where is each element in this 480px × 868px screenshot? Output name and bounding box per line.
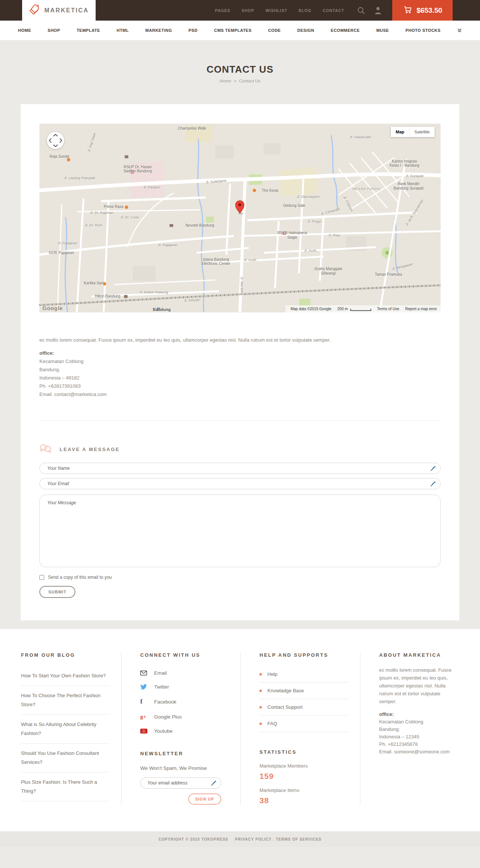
chat-bubbles-icon [39,444,51,454]
top-nav: PAGES SHOP WISHLIST BLOG CONTACT [215,0,344,21]
newsletter-email-input[interactable] [140,777,221,789]
social-email[interactable]: Email [140,666,229,680]
square-bullet-icon [260,706,262,708]
breadcrumb: Home > Contact Us [0,79,480,83]
catnav-home[interactable]: HOME [18,28,31,33]
social-facebook[interactable]: f Facebook [140,694,229,710]
square-bullet-icon [260,690,262,692]
header-icons [357,0,382,21]
blog-item: What is So Alluring About Celebrity Fash… [21,715,110,744]
square-bullet-icon [260,723,262,725]
help-link[interactable]: Help [267,671,278,677]
top-nav-contact[interactable]: CONTACT [322,8,344,13]
terms-of-use-link[interactable]: Terms of Use [377,307,399,311]
send-copy-checkbox[interactable] [39,575,44,580]
header-left-spacer [0,0,22,21]
google-map[interactable]: H H Champelas WalkJl. HasanudinRaja Sund… [39,124,441,312]
contact-intro: ec mollis lorem consequat. Fusce ipsum e… [39,336,441,344]
stat-label: Marketplace Members [260,763,349,769]
blog-link[interactable]: What is So Alluring About Celebrity Fash… [21,722,96,736]
blog-link[interactable]: How To Start Your Own Fashion Store? [21,673,106,678]
twitter-icon [140,684,148,690]
form-heading: LEAVE A MESSAGE [60,447,120,452]
breadcrumb-home[interactable]: Home [220,79,231,83]
stat-value: 38 [260,796,349,805]
map-attribution: Map data ©2015 Google 200 m Terms of Use… [285,305,441,312]
blog-link[interactable]: How To Choose The Perfect Fashion Store? [21,693,100,707]
map-pan-control[interactable] [47,132,64,149]
about-text: ec mollis lorem consequat. Fusce ipsum e… [379,666,459,705]
help-link[interactable]: Knowladge Base [267,688,304,693]
map-button[interactable]: Map [391,127,409,137]
footer-help-column: HELP AND SUPPORTS Help Knowladge Base Co… [240,652,360,805]
submit-button[interactable]: SUBMIT [39,586,75,598]
catnav-photo-stocks[interactable]: PHOTO STOCKS [405,28,441,33]
cart-button[interactable]: $653.50 [392,0,453,21]
catnav-cms-templates[interactable]: CMS TEMPLATES [214,28,252,33]
pen-icon [211,780,216,787]
google-plus-icon: g+ [140,714,148,720]
copyright-links: PRIVACY POLICY . TERMS OF SERVICES [235,837,322,841]
contact-card: H H Champelas WalkJl. HasanudinRaja Sund… [21,104,459,620]
page-title: CONTACT US [0,64,480,75]
top-nav-pages[interactable]: PAGES [215,8,230,13]
office-line: Indonesia – 12345 [379,733,459,741]
office-line: Bandung. [379,726,459,733]
catnav-marketing[interactable]: MARKETING [146,28,172,33]
logo[interactable]: MARKETICA [22,0,96,21]
message-textarea[interactable] [39,495,441,567]
social-list: Email Twitter f Facebook g+ Google Plus [140,666,229,738]
privacy-policy-link[interactable]: PRIVACY POLICY [235,837,272,841]
report-map-error-link[interactable]: Report a map error [405,307,437,311]
social-youtube[interactable]: You Tube Youtube [140,724,229,738]
help-item: FAQ [260,716,349,732]
help-heading: HELP AND SUPPORTS [260,652,349,658]
cart-icon [403,5,412,16]
stat-label: Marketplace Items [260,787,349,793]
catnav-html[interactable]: HTML [117,28,129,33]
help-link[interactable]: FAQ [267,721,277,726]
name-input[interactable] [39,463,441,474]
chevron-double-down-icon[interactable] [457,28,462,33]
office-line: Indonesia – 49182 [39,374,441,382]
terms-of-services-link[interactable]: TERMS OF SERVICES [276,837,321,841]
catnav-code[interactable]: CODE [268,28,281,33]
user-icon[interactable] [374,6,382,15]
catnav-muse[interactable]: MUSE [376,28,389,33]
blog-link[interactable]: Should You Use Fashion Consultant Servic… [21,750,99,765]
catnav-ecommerce[interactable]: ECOMMERCE [331,28,360,33]
page-head: CONTACT US Home > Contact Us [0,40,480,104]
map-graphics: H H [39,124,441,312]
newsletter-input-wrap [140,777,221,789]
blog-item: How To Start Your Own Fashion Store? [21,666,110,686]
footer-blog-column: FROM OUR BLOG How To Start Your Own Fash… [21,652,121,805]
top-nav-shop[interactable]: SHOP [242,8,254,13]
breadcrumb-separator: > [234,79,237,83]
email-input[interactable] [39,478,441,489]
top-nav-wishlist[interactable]: WISHLIST [266,8,287,13]
social-google-plus[interactable]: g+ Google Plus [140,710,229,724]
top-header: MARKETICA PAGES SHOP WISHLIST BLOG CONTA… [0,0,480,21]
blog-link[interactable]: Plus Size Fashion: Is There Such a Thing… [21,779,97,794]
breadcrumb-current: Contact Us [239,79,260,83]
catnav-shop[interactable]: SHOP [48,28,60,33]
help-link[interactable]: Contact Support [267,704,303,710]
catnav-psd[interactable]: PSD [189,28,198,33]
satellite-button[interactable]: Satellite [409,127,435,137]
office-line: Bandung. [39,366,441,374]
top-nav-blog[interactable]: BLOG [298,8,311,13]
signup-button[interactable]: SIGN UP [188,793,221,805]
google-logo: Google [42,305,63,311]
catnav-template[interactable]: TEMPLATE [76,28,100,33]
message-field-wrap [39,495,441,569]
send-copy-label: Send a copy of this email to you [48,575,112,580]
map-type-control: Map Satellite [391,127,435,137]
social-twitter[interactable]: Twitter [140,680,229,694]
connect-heading: CONNECT WITH US [140,652,229,658]
catnav-design[interactable]: DESIGN [297,28,314,33]
office-line: Email. contact@marketica.com [39,390,441,399]
office-label: office: [39,349,441,357]
help-item: Knowladge Base [260,683,349,699]
about-office-block: office: Kecamatan Coblong Bandung. Indon… [379,711,459,756]
search-icon[interactable] [357,6,365,15]
